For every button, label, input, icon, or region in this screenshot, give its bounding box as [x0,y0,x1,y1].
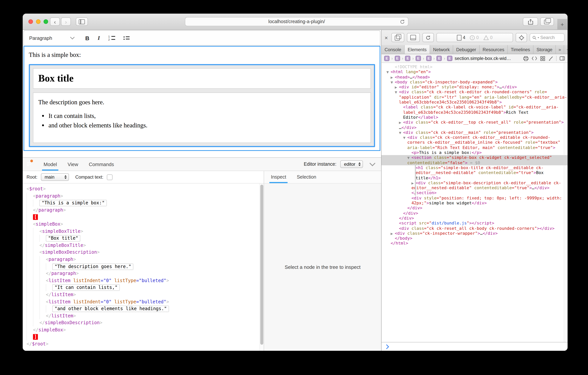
source-line[interactable]: </section> [381,190,567,196]
element-badge[interactable]: E [437,56,442,61]
back-button[interactable]: ‹ [50,17,60,26]
editor-instance-select[interactable]: editor [340,160,363,168]
zoom-window-button[interactable] [43,19,48,24]
box-title-heading[interactable]: Box title [38,73,366,84]
source-line[interactable]: </body> [381,236,567,241]
sidebar-toggle-button[interactable] [76,17,88,26]
source-line[interactable]: <!DOCTYPE html> [381,65,567,70]
model-tree-line[interactable]: </simpleBox> [23,326,260,333]
print-icon[interactable] [523,56,528,61]
breadcrumb-badges[interactable]: E›E›E›E›E›E› [384,56,446,61]
source-line[interactable]: ▼<html lang="en"> [381,70,567,75]
show-source-icon[interactable] [532,56,537,61]
styles-brush-icon[interactable] [548,56,553,61]
model-tree-line[interactable]: <$root> [23,185,260,192]
italic-button[interactable]: I [98,35,100,41]
bulleted-list-button[interactable] [123,36,129,40]
disclosure-open-icon[interactable]: ▼ [399,131,403,136]
simple-box-description[interactable]: The description goes here. It can contai… [33,92,371,143]
dock-bottom-button[interactable] [407,33,420,42]
numbered-list-button[interactable]: 1 2 [108,35,115,40]
heading-dropdown[interactable]: Paragraph [29,35,74,41]
bold-button[interactable]: B [85,35,89,41]
model-tree-line[interactable]: <listItem listIndent="0" listType="bulle… [23,277,260,284]
model-tree-line[interactable]: </paragraph> [23,207,260,214]
model-tree-line[interactable]: <paragraph> [23,192,260,199]
minimize-window-button[interactable] [36,19,41,24]
node-panel-tab-selection[interactable]: Selection [292,171,322,183]
error-count[interactable]: 0 [470,35,479,40]
disclosure-closed-icon[interactable]: ▶ [399,120,403,125]
tab-overview-button[interactable] [540,17,554,26]
model-tree-line[interactable]: ] [23,333,260,341]
source-line[interactable]: </div> [381,206,567,211]
source-line[interactable]: ▶<div class="simple-box-description ck-e… [381,180,567,186]
source-line[interactable]: title</h1> [381,175,567,180]
inspector-tab-view[interactable]: View [62,158,84,171]
source-line[interactable]: editor__nested-editable" contenteditable… [381,170,567,175]
description-paragraph[interactable]: The description goes here. [38,99,366,106]
element-badge[interactable]: E [384,56,389,61]
devtools-tab-network[interactable]: Network [430,45,453,54]
devtools-reload-button[interactable] [422,33,434,42]
disclosure-closed-icon[interactable]: ▶ [391,75,395,80]
quick-console[interactable] [381,342,567,351]
disclosure-open-icon[interactable]: ▼ [395,90,399,95]
source-line[interactable]: contenteditable="false"> = $0 [381,160,567,165]
model-tree-line[interactable]: </$root> [23,341,260,348]
reload-icon[interactable] [400,19,405,25]
model-tree-line[interactable]: <simpleBox> [23,221,260,228]
close-window-button[interactable] [28,19,33,24]
source-line[interactable]: ▶<div id="editor" style="display: none;"… [381,85,567,90]
source-line[interactable]: label_e63cbbfece34c53ce23501062343f49b8"… [381,100,567,105]
source-line[interactable]: <h1 class="simple-box-title ck-editor__e… [381,165,567,170]
source-line[interactable]: ▶<div class="ck-inspector-wrapper">…</di… [381,231,567,236]
source-line[interactable]: aria-label="Rich Text Editor, main" cont… [381,145,567,150]
source-line[interactable]: <div class="ck ck-reset_all ck-body ck-r… [381,226,567,231]
new-tab-button[interactable]: + [557,19,567,30]
source-line[interactable]: Editor</label> [381,115,567,120]
details-sidebar-icon[interactable] [560,56,565,61]
source-line[interactable]: "application" dir="ltr" lang="en" aria-l… [381,95,567,100]
description-list[interactable]: It can contain lists,and other block ele… [38,112,366,129]
element-picker-button[interactable] [516,33,527,42]
tab-overflow-button[interactable]: » [556,45,564,54]
model-tree-line[interactable]: <paragraph> [23,256,260,263]
scrollbar-thumb[interactable] [260,185,263,345]
inspector-tab-commands[interactable]: Commands [84,158,119,171]
source-line[interactable]: </div> [381,216,567,221]
inspector-collapse-button[interactable] [369,162,376,166]
source-line[interactable]: <script src="dist/bundle.js"></script> [381,221,567,226]
model-tree-line[interactable]: "This is a simple box:" [23,199,260,207]
devtools-search-field[interactable]: Search [530,33,565,42]
warning-count[interactable]: 0 [483,35,493,40]
model-tree-line[interactable]: </listItem> [23,291,260,298]
model-tree-line[interactable]: "and other block elements like headings.… [23,305,260,312]
disclosure-closed-icon[interactable]: ▶ [411,181,416,186]
model-tree[interactable]: <$root><paragraph>"This is a simple box:… [23,184,260,351]
devtools-tab-console[interactable]: Console [381,45,405,54]
source-line[interactable]: </html> [381,241,567,246]
detach-inspector-button[interactable] [391,33,404,42]
model-tree-line[interactable]: <listItem listIndent="0" listType="bulle… [23,298,260,305]
resource-status-group[interactable]: 4 0 0 [436,33,513,42]
root-select[interactable]: main [41,173,69,181]
source-line[interactable]: ▼<div class="ck ck-content ck-editor__ed… [381,135,567,140]
add-tab-button[interactable]: + [564,45,567,54]
editor-editable-area[interactable]: This is a simple box: Box title The desc… [23,46,380,151]
disclosure-closed-icon[interactable]: ▶ [391,231,395,236]
address-bar[interactable]: localhost/creating-a-plugin/ [185,17,409,26]
disclosure-open-icon[interactable]: ▼ [407,156,411,161]
source-line[interactable]: ▼<section class="simple-box ck-widget ck… [381,155,567,160]
model-tree-line[interactable]: </listItem> [23,312,260,319]
list-item[interactable]: It can contain lists, [49,112,366,120]
share-button[interactable] [523,17,538,26]
element-badge[interactable]: E [395,56,400,61]
model-tree-line[interactable]: [ [23,214,260,221]
source-line[interactable]: 42px;">simple box widget</div> [381,201,567,206]
devtools-source[interactable]: <!DOCTYPE html>▼<html lang="en">▶<head>…… [381,63,567,342]
document-count[interactable]: 4 [457,35,465,40]
model-tree-scrollbar[interactable] [260,184,264,351]
element-badge[interactable]: E [405,56,410,61]
list-item[interactable]: and other block elements like headings. [49,122,366,129]
